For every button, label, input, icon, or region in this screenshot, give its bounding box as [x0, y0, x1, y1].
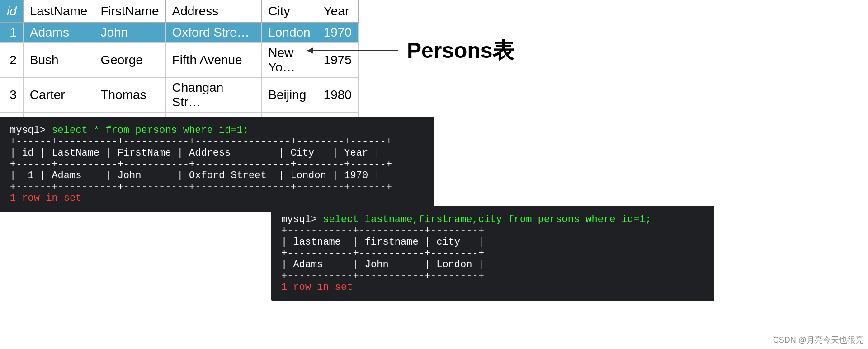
table-cell: Thomas [94, 78, 165, 113]
watermark: CSDN @月亮今天也很亮 [773, 335, 863, 345]
terminal-2-sep2: +-----------+-----------+--------+ [281, 248, 704, 259]
terminal-2-sep3: +-----------+-----------+--------+ [281, 270, 704, 282]
table-cell: Changan Str… [165, 78, 262, 113]
table-row: 2BushGeorgeFifth AvenueNew Yo…1975 [0, 43, 359, 78]
table-row: 1AdamsJohnOxford Stre…London1970 [0, 23, 359, 43]
arrow-label-container: Persons表 [307, 36, 514, 65]
table-cell: Beijing [262, 78, 317, 113]
terminal-1-sep3: +------+----------+-----------+---------… [10, 181, 424, 193]
table-cell: 1980 [317, 78, 358, 113]
terminal-2: mysql> select lastname,firstname,city fr… [271, 206, 714, 301]
table-cell: Bush [23, 43, 94, 78]
table-row: 3CarterThomasChangan Str…Beijing1980 [0, 78, 359, 113]
terminal-2-sep1: +-----------+-----------+--------+ [281, 225, 704, 236]
terminal-2-datarow: | Adams | John | London | [281, 259, 704, 270]
terminal-1-sep2: +------+----------+-----------+---------… [10, 159, 424, 170]
table-cell: 3 [0, 78, 24, 113]
terminal-1-datarow: | 1 | Adams | John | Oxford Street | Lon… [10, 170, 424, 181]
col-header-city: City [262, 0, 317, 23]
table-cell: Carter [23, 78, 94, 113]
arrow-icon [307, 50, 398, 51]
terminal-1-result: 1 row in set [10, 193, 424, 204]
table-cell: George [94, 43, 165, 78]
table-cell: Fifth Avenue [165, 43, 262, 78]
table-cell: Adams [23, 23, 94, 43]
terminal-2-prompt: mysql> [281, 214, 323, 225]
col-header-lastname: LastName [23, 0, 94, 23]
persons-label: Persons表 [407, 36, 514, 65]
col-header-id: id [0, 0, 24, 23]
terminal-2-cmd: select lastname,firstname,city from pers… [323, 214, 651, 225]
terminal-2-header: | lastname | firstname | city | [281, 236, 704, 248]
col-header-firstname: FirstName [94, 0, 165, 23]
terminal-1-command: mysql> select * from persons where id=1; [10, 125, 424, 136]
table-cell: John [94, 23, 165, 43]
terminal-1-prompt: mysql> [10, 125, 52, 136]
terminal-1-cmd: select * from persons where id=1; [52, 125, 249, 136]
terminal-1-sep1: +------+----------+-----------+---------… [10, 136, 424, 147]
table-header-row: id LastName FirstName Address City Year [0, 0, 359, 23]
table-cell: 1 [0, 23, 24, 43]
table-cell: 2 [0, 43, 24, 78]
table-cell: Oxford Stre… [165, 23, 262, 43]
terminal-2-command: mysql> select lastname,firstname,city fr… [281, 214, 704, 225]
terminal-2-result: 1 row in set [281, 282, 704, 293]
terminal-1: mysql> select * from persons where id=1;… [0, 117, 434, 212]
terminal-1-header: | id | LastName | FirstName | Address | … [10, 147, 424, 159]
col-header-year: Year [317, 0, 358, 23]
col-header-address: Address [165, 0, 262, 23]
